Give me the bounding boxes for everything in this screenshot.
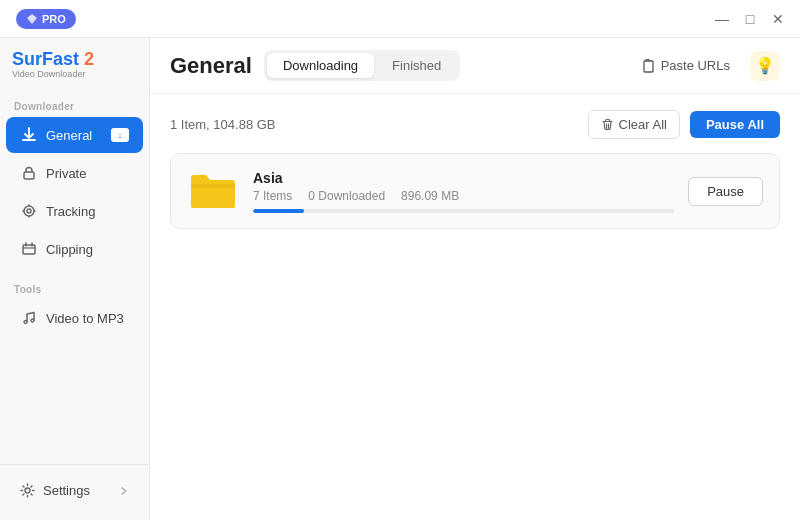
clipping-icon [20, 240, 38, 258]
item-count-meta: 7 Items [253, 189, 292, 203]
sidebar-video-to-mp3-label: Video to MP3 [46, 311, 124, 326]
paste-urls-label: Paste URLs [661, 58, 730, 73]
item-count: 1 Item, 104.88 GB [170, 117, 276, 132]
topbar-right: Paste URLs 💡 [633, 51, 780, 81]
tab-group: Downloading Finished [264, 50, 460, 81]
svg-point-2 [27, 209, 31, 213]
svg-point-11 [24, 321, 27, 324]
settings-item[interactable]: Settings [6, 474, 143, 507]
pro-badge[interactable]: PRO [16, 9, 76, 29]
music-icon [20, 309, 38, 327]
tab-downloading[interactable]: Downloading [267, 53, 374, 78]
sidebar-item-video-to-mp3[interactable]: Video to MP3 [6, 300, 143, 336]
minimize-button[interactable]: — [708, 5, 736, 33]
clear-all-button[interactable]: Clear All [588, 110, 680, 139]
content-header: 1 Item, 104.88 GB Clear All Pause All [170, 110, 780, 139]
logo-name: SurFast 2 [12, 50, 137, 68]
folder-icon [189, 170, 237, 212]
folder-icon-wrap [187, 168, 239, 214]
item-downloaded: 0 Downloaded [308, 189, 385, 203]
titlebar: PRO — □ ✕ [0, 0, 800, 38]
sidebar: SurFast 2 Video Downloader Downloader Ge… [0, 38, 150, 520]
progress-bar [253, 209, 674, 213]
download-icon [20, 126, 38, 144]
svg-point-1 [24, 206, 34, 216]
bulb-button[interactable]: 💡 [750, 51, 780, 81]
pause-button[interactable]: Pause [688, 177, 763, 206]
sidebar-item-private[interactable]: Private [6, 155, 143, 191]
tools-section-label: Tools [0, 278, 149, 299]
svg-point-13 [25, 488, 30, 493]
content-actions: Clear All Pause All [588, 110, 780, 139]
item-details: Asia 7 Items 0 Downloaded 896.09 MB [253, 170, 674, 213]
sidebar-tracking-label: Tracking [46, 204, 95, 219]
tracking-icon [20, 202, 38, 220]
maximize-button[interactable]: □ [736, 5, 764, 33]
page-title: General [170, 53, 252, 79]
svg-point-12 [31, 319, 34, 322]
sidebar-item-tracking[interactable]: Tracking [6, 193, 143, 229]
paste-urls-button[interactable]: Paste URLs [633, 53, 738, 78]
sidebar-general-label: General [46, 128, 92, 143]
table-row: Asia 7 Items 0 Downloaded 896.09 MB Paus… [170, 153, 780, 229]
sidebar-bottom: Settings [0, 464, 149, 508]
item-size: 896.09 MB [401, 189, 459, 203]
app-body: SurFast 2 Video Downloader Downloader Ge… [0, 38, 800, 520]
sidebar-item-clipping[interactable]: Clipping [6, 231, 143, 267]
settings-label: Settings [43, 483, 90, 498]
trash-icon [601, 118, 614, 131]
chevron-right-icon [119, 486, 129, 496]
lock-icon [20, 164, 38, 182]
sidebar-private-label: Private [46, 166, 86, 181]
sidebar-clipping-label: Clipping [46, 242, 93, 257]
gear-icon [20, 483, 35, 498]
sidebar-item-general[interactable]: General ↓ [6, 117, 143, 153]
main-content: General Downloading Finished Paste URLs … [150, 38, 800, 520]
item-meta: 7 Items 0 Downloaded 896.09 MB [253, 189, 674, 203]
settings-left: Settings [20, 483, 90, 498]
svg-rect-7 [23, 245, 35, 254]
logo: SurFast 2 Video Downloader [0, 50, 149, 95]
svg-rect-0 [24, 172, 34, 179]
pro-label: PRO [42, 13, 66, 25]
logo-subtitle: Video Downloader [12, 69, 137, 79]
tab-finished[interactable]: Finished [376, 53, 457, 78]
content-area: 1 Item, 104.88 GB Clear All Pause All [150, 94, 800, 520]
clear-all-label: Clear All [619, 117, 667, 132]
close-button[interactable]: ✕ [764, 5, 792, 33]
clipboard-icon [641, 59, 655, 73]
pause-all-button[interactable]: Pause All [690, 111, 780, 138]
topbar: General Downloading Finished Paste URLs … [150, 38, 800, 94]
progress-bar-fill [253, 209, 304, 213]
bulb-icon: 💡 [755, 56, 775, 75]
downloader-section-label: Downloader [0, 95, 149, 116]
svg-rect-14 [644, 61, 653, 72]
download-count-badge: ↓ [111, 128, 129, 142]
item-name: Asia [253, 170, 674, 186]
diamond-icon [26, 13, 38, 25]
